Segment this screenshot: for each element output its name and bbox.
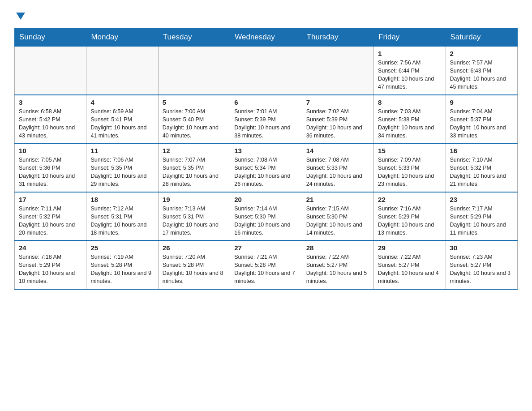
week-row-3: 17Sunrise: 7:11 AM Sunset: 5:32 PM Dayli… (15, 192, 518, 241)
calendar-table: SundayMondayTuesdayWednesdayThursdayFrid… (14, 28, 518, 290)
calendar-cell: 27Sunrise: 7:21 AM Sunset: 5:28 PM Dayli… (230, 240, 302, 289)
day-info: Sunrise: 7:16 AM Sunset: 5:29 PM Dayligh… (378, 205, 441, 237)
day-number: 14 (306, 147, 369, 154)
day-info: Sunrise: 7:57 AM Sunset: 6:43 PM Dayligh… (450, 59, 513, 91)
day-number: 27 (234, 244, 297, 252)
calendar-cell: 24Sunrise: 7:18 AM Sunset: 5:29 PM Dayli… (15, 240, 86, 289)
day-info: Sunrise: 7:06 AM Sunset: 5:35 PM Dayligh… (90, 156, 154, 188)
day-number: 22 (378, 196, 441, 203)
page-header (14, 11, 518, 20)
calendar-cell: 28Sunrise: 7:22 AM Sunset: 5:27 PM Dayli… (302, 240, 373, 289)
day-number: 17 (19, 196, 82, 203)
day-info: Sunrise: 7:11 AM Sunset: 5:32 PM Dayligh… (19, 205, 82, 237)
calendar-cell: 2Sunrise: 7:57 AM Sunset: 6:43 PM Daylig… (446, 47, 517, 95)
day-info: Sunrise: 7:09 AM Sunset: 5:33 PM Dayligh… (378, 156, 441, 188)
calendar-cell: 15Sunrise: 7:09 AM Sunset: 5:33 PM Dayli… (374, 143, 446, 192)
day-info: Sunrise: 7:12 AM Sunset: 5:31 PM Dayligh… (90, 205, 154, 237)
calendar-cell: 8Sunrise: 7:03 AM Sunset: 5:38 PM Daylig… (374, 95, 446, 144)
calendar-header: SundayMondayTuesdayWednesdayThursdayFrid… (15, 28, 518, 47)
day-info: Sunrise: 6:59 AM Sunset: 5:41 PM Dayligh… (90, 107, 154, 140)
day-number: 20 (234, 196, 297, 203)
header-day-monday: Monday (86, 28, 158, 47)
day-info: Sunrise: 6:58 AM Sunset: 5:42 PM Dayligh… (19, 107, 82, 140)
day-info: Sunrise: 7:23 AM Sunset: 5:27 PM Dayligh… (450, 253, 513, 286)
day-info: Sunrise: 7:14 AM Sunset: 5:30 PM Dayligh… (234, 205, 297, 237)
calendar-cell: 25Sunrise: 7:19 AM Sunset: 5:28 PM Dayli… (86, 240, 158, 289)
day-number: 28 (306, 244, 369, 252)
calendar-cell: 13Sunrise: 7:08 AM Sunset: 5:34 PM Dayli… (230, 143, 302, 192)
day-info: Sunrise: 7:04 AM Sunset: 5:37 PM Dayligh… (450, 107, 513, 140)
calendar-body: 1Sunrise: 7:56 AM Sunset: 6:44 PM Daylig… (15, 47, 518, 289)
calendar-cell: 30Sunrise: 7:23 AM Sunset: 5:27 PM Dayli… (446, 240, 517, 289)
day-number: 4 (90, 98, 154, 106)
day-number: 1 (378, 50, 441, 57)
day-number: 9 (450, 98, 513, 106)
calendar-cell (86, 47, 158, 95)
header-day-tuesday: Tuesday (158, 28, 230, 47)
calendar-cell: 4Sunrise: 6:59 AM Sunset: 5:41 PM Daylig… (86, 95, 158, 144)
day-info: Sunrise: 7:20 AM Sunset: 5:28 PM Dayligh… (163, 253, 226, 286)
day-number: 30 (450, 244, 513, 252)
day-number: 6 (234, 98, 297, 106)
day-number: 19 (163, 196, 226, 203)
calendar-cell (230, 47, 302, 95)
day-number: 8 (378, 98, 441, 106)
calendar-cell: 7Sunrise: 7:02 AM Sunset: 5:39 PM Daylig… (302, 95, 373, 144)
day-info: Sunrise: 7:05 AM Sunset: 5:36 PM Dayligh… (19, 156, 82, 188)
day-info: Sunrise: 7:08 AM Sunset: 5:34 PM Dayligh… (234, 156, 297, 188)
day-number: 25 (90, 244, 154, 252)
header-day-sunday: Sunday (15, 28, 86, 47)
calendar-cell: 12Sunrise: 7:07 AM Sunset: 5:35 PM Dayli… (158, 143, 230, 192)
day-info: Sunrise: 7:18 AM Sunset: 5:29 PM Dayligh… (19, 253, 82, 286)
day-info: Sunrise: 7:22 AM Sunset: 5:27 PM Dayligh… (378, 253, 441, 286)
header-day-friday: Friday (374, 28, 446, 47)
header-day-wednesday: Wednesday (230, 28, 302, 47)
day-number: 3 (19, 98, 82, 106)
day-number: 23 (450, 196, 513, 203)
calendar-cell (302, 47, 373, 95)
day-number: 5 (163, 98, 226, 106)
week-row-0: 1Sunrise: 7:56 AM Sunset: 6:44 PM Daylig… (15, 47, 518, 95)
calendar-cell: 29Sunrise: 7:22 AM Sunset: 5:27 PM Dayli… (374, 240, 446, 289)
day-number: 11 (90, 147, 154, 154)
calendar-cell (158, 47, 230, 95)
logo-triangle-icon (16, 13, 25, 20)
calendar-cell: 19Sunrise: 7:13 AM Sunset: 5:31 PM Dayli… (158, 192, 230, 241)
logo (14, 11, 25, 20)
day-info: Sunrise: 7:17 AM Sunset: 5:29 PM Dayligh… (450, 205, 513, 237)
header-day-thursday: Thursday (302, 28, 373, 47)
calendar-cell: 20Sunrise: 7:14 AM Sunset: 5:30 PM Dayli… (230, 192, 302, 241)
calendar-cell: 23Sunrise: 7:17 AM Sunset: 5:29 PM Dayli… (446, 192, 517, 241)
calendar-cell: 17Sunrise: 7:11 AM Sunset: 5:32 PM Dayli… (15, 192, 86, 241)
calendar-cell (15, 47, 86, 95)
calendar-cell: 18Sunrise: 7:12 AM Sunset: 5:31 PM Dayli… (86, 192, 158, 241)
calendar-cell: 1Sunrise: 7:56 AM Sunset: 6:44 PM Daylig… (374, 47, 446, 95)
week-row-1: 3Sunrise: 6:58 AM Sunset: 5:42 PM Daylig… (15, 95, 518, 144)
calendar-cell: 22Sunrise: 7:16 AM Sunset: 5:29 PM Dayli… (374, 192, 446, 241)
day-info: Sunrise: 7:01 AM Sunset: 5:39 PM Dayligh… (234, 107, 297, 140)
day-info: Sunrise: 7:03 AM Sunset: 5:38 PM Dayligh… (378, 107, 441, 140)
week-row-2: 10Sunrise: 7:05 AM Sunset: 5:36 PM Dayli… (15, 143, 518, 192)
calendar-cell: 21Sunrise: 7:15 AM Sunset: 5:30 PM Dayli… (302, 192, 373, 241)
day-info: Sunrise: 7:07 AM Sunset: 5:35 PM Dayligh… (163, 156, 226, 188)
day-info: Sunrise: 7:08 AM Sunset: 5:33 PM Dayligh… (306, 156, 369, 188)
day-info: Sunrise: 7:13 AM Sunset: 5:31 PM Dayligh… (163, 205, 226, 237)
week-row-4: 24Sunrise: 7:18 AM Sunset: 5:29 PM Dayli… (15, 240, 518, 289)
calendar-cell: 16Sunrise: 7:10 AM Sunset: 5:32 PM Dayli… (446, 143, 517, 192)
day-number: 13 (234, 147, 297, 154)
day-number: 12 (163, 147, 226, 154)
calendar-cell: 26Sunrise: 7:20 AM Sunset: 5:28 PM Dayli… (158, 240, 230, 289)
calendar-cell: 3Sunrise: 6:58 AM Sunset: 5:42 PM Daylig… (15, 95, 86, 144)
day-info: Sunrise: 7:15 AM Sunset: 5:30 PM Dayligh… (306, 205, 369, 237)
calendar-cell: 9Sunrise: 7:04 AM Sunset: 5:37 PM Daylig… (446, 95, 517, 144)
day-info: Sunrise: 7:21 AM Sunset: 5:28 PM Dayligh… (234, 253, 297, 286)
day-number: 7 (306, 98, 369, 106)
day-number: 16 (450, 147, 513, 154)
day-number: 21 (306, 196, 369, 203)
calendar-cell: 10Sunrise: 7:05 AM Sunset: 5:36 PM Dayli… (15, 143, 86, 192)
day-number: 29 (378, 244, 441, 252)
header-row: SundayMondayTuesdayWednesdayThursdayFrid… (15, 28, 518, 47)
calendar-cell: 14Sunrise: 7:08 AM Sunset: 5:33 PM Dayli… (302, 143, 373, 192)
day-info: Sunrise: 7:10 AM Sunset: 5:32 PM Dayligh… (450, 156, 513, 188)
header-day-saturday: Saturday (446, 28, 517, 47)
